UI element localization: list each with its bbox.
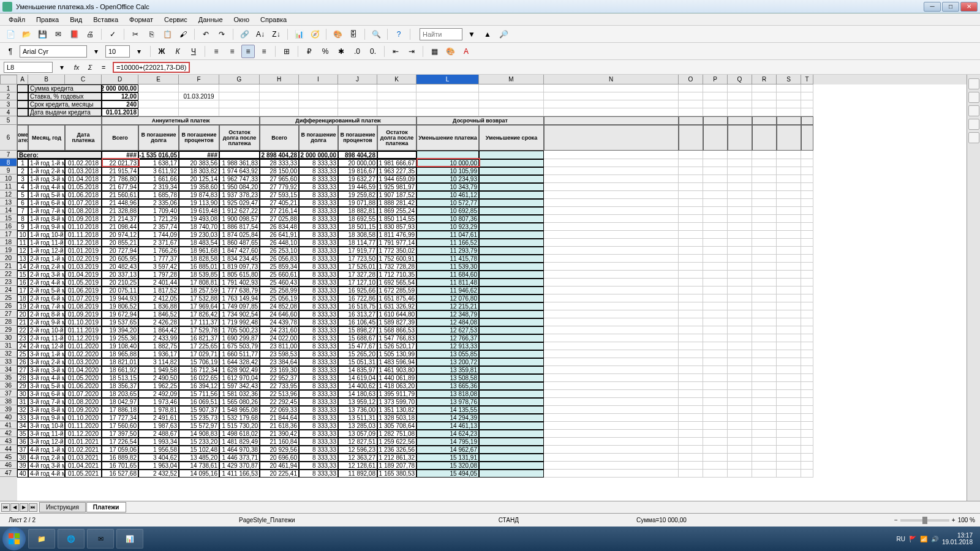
row-header-20[interactable]: 20 bbox=[0, 254, 17, 262]
menu-вставка[interactable]: Вставка bbox=[88, 15, 123, 24]
minimize-button[interactable]: ─ bbox=[924, 2, 941, 12]
hyperlink-icon[interactable]: 🔗 bbox=[238, 28, 251, 41]
sidebar-properties-icon[interactable] bbox=[968, 78, 979, 89]
col-header-L[interactable]: L bbox=[417, 75, 479, 84]
email-icon[interactable]: ✉ bbox=[51, 28, 65, 41]
taskbar-explorer-icon[interactable]: 📁 bbox=[28, 529, 55, 549]
sum-icon[interactable]: Σ bbox=[85, 62, 96, 73]
format-paint-icon[interactable]: 🖌 bbox=[176, 28, 190, 41]
select-all-corner[interactable] bbox=[0, 75, 17, 84]
remove-decimal-icon[interactable]: 0. bbox=[366, 45, 380, 58]
styles-icon[interactable]: ¶ bbox=[4, 45, 17, 58]
sidebar-gallery-icon[interactable] bbox=[968, 105, 979, 116]
row-header-5[interactable]: 5 bbox=[0, 116, 17, 125]
row-header-11[interactable]: 11 bbox=[0, 182, 17, 190]
spellcheck-icon[interactable]: ✓ bbox=[106, 28, 119, 41]
menu-сервис[interactable]: Сервис bbox=[159, 15, 192, 24]
row-header-29[interactable]: 29 bbox=[0, 326, 17, 334]
undo-icon[interactable]: ↶ bbox=[199, 28, 213, 41]
row-header-43[interactable]: 43 bbox=[0, 437, 17, 445]
chart-icon[interactable]: 📊 bbox=[292, 28, 306, 41]
start-button[interactable] bbox=[2, 527, 26, 550]
row-header-10[interactable]: 10 bbox=[0, 174, 17, 182]
equals-icon[interactable]: = bbox=[98, 62, 109, 73]
row-header-9[interactable]: 9 bbox=[0, 167, 17, 174]
bold-icon[interactable]: Ж bbox=[155, 45, 168, 58]
maximize-button[interactable]: □ bbox=[942, 2, 959, 12]
row-header-18[interactable]: 18 bbox=[0, 238, 17, 246]
sort-desc-icon[interactable]: Z↓ bbox=[270, 28, 283, 41]
row-header-1[interactable]: 1 bbox=[0, 84, 17, 92]
sidebar-styles-icon[interactable] bbox=[968, 92, 979, 103]
sidebar-functions-icon[interactable] bbox=[968, 132, 979, 143]
bgcolor-icon[interactable]: 🎨 bbox=[443, 45, 457, 58]
open-icon[interactable]: 📂 bbox=[20, 28, 33, 41]
print-icon[interactable]: 🖨 bbox=[83, 28, 97, 41]
datasource-icon[interactable]: 🗄 bbox=[347, 28, 360, 41]
row-header-39[interactable]: 39 bbox=[0, 405, 17, 413]
system-tray[interactable]: RU 🚩 📶 🔊 13:17 19.01.2018 bbox=[896, 532, 978, 545]
copy-icon[interactable]: ⎘ bbox=[145, 28, 158, 41]
menu-вид[interactable]: Вид bbox=[65, 15, 87, 24]
row-header-14[interactable]: 14 bbox=[0, 206, 17, 214]
taskbar-calc-icon[interactable]: 📊 bbox=[116, 529, 143, 549]
row-headers[interactable]: 1234567891011121314151617181920212223242… bbox=[0, 84, 17, 525]
add-decimal-icon[interactable]: .0 bbox=[350, 45, 364, 58]
tab-last-icon[interactable]: ⏭ bbox=[29, 503, 37, 512]
col-header-I[interactable]: I bbox=[299, 75, 338, 84]
italic-icon[interactable]: К bbox=[171, 45, 184, 58]
row-header-46[interactable]: 46 bbox=[0, 461, 17, 469]
row-header-26[interactable]: 26 bbox=[0, 302, 17, 310]
navigator-icon[interactable]: 🧭 bbox=[308, 28, 322, 41]
row-header-33[interactable]: 33 bbox=[0, 358, 17, 365]
increase-indent-icon[interactable]: ⇥ bbox=[405, 45, 418, 58]
row-header-45[interactable]: 45 bbox=[0, 453, 17, 461]
menu-данные[interactable]: Данные bbox=[194, 15, 228, 24]
col-header-K[interactable]: K bbox=[377, 75, 417, 84]
col-header-Q[interactable]: Q bbox=[728, 75, 752, 84]
function-wizard-icon[interactable]: fx bbox=[71, 62, 82, 73]
row-header-32[interactable]: 32 bbox=[0, 350, 17, 358]
col-header-P[interactable]: P bbox=[703, 75, 728, 84]
zoom-slider[interactable]: −+ 100 % bbox=[894, 517, 975, 523]
col-header-S[interactable]: S bbox=[777, 75, 801, 84]
column-headers[interactable]: ABCDEFGHIJKLMNOPQRST bbox=[17, 75, 967, 84]
menu-правка[interactable]: Правка bbox=[31, 15, 64, 24]
paste-icon[interactable]: 📋 bbox=[160, 28, 174, 41]
menu-справка[interactable]: Справка bbox=[255, 15, 292, 24]
tray-flag-icon[interactable]: 🚩 bbox=[909, 536, 916, 542]
row-header-4[interactable]: 4 bbox=[0, 108, 17, 116]
row-header-15[interactable]: 15 bbox=[0, 214, 17, 222]
size-dropdown-icon[interactable]: ▾ bbox=[132, 45, 146, 58]
pdf-icon[interactable]: 📕 bbox=[67, 28, 81, 41]
col-header-G[interactable]: G bbox=[219, 75, 260, 84]
col-header-J[interactable]: J bbox=[338, 75, 377, 84]
redo-icon[interactable]: ↷ bbox=[215, 28, 228, 41]
tray-network-icon[interactable]: 📶 bbox=[920, 536, 927, 542]
sort-asc-icon[interactable]: A↓ bbox=[254, 28, 267, 41]
col-header-A[interactable]: A bbox=[17, 75, 28, 84]
row-header-23[interactable]: 23 bbox=[0, 278, 17, 286]
borders-icon[interactable]: ▦ bbox=[428, 45, 441, 58]
tab-next-icon[interactable]: ▶ bbox=[20, 503, 28, 512]
gallery-icon[interactable]: 🎨 bbox=[331, 28, 344, 41]
row-header-16[interactable]: 16 bbox=[0, 222, 17, 230]
tray-lang[interactable]: RU bbox=[896, 536, 905, 542]
row-header-7[interactable]: 7 bbox=[0, 151, 17, 159]
taskbar-chrome-icon[interactable]: 🌐 bbox=[58, 529, 85, 549]
row-header-36[interactable]: 36 bbox=[0, 381, 17, 389]
row-header-6[interactable]: 6 bbox=[0, 125, 17, 151]
align-right-icon[interactable]: ≡ bbox=[241, 45, 255, 58]
row-header-34[interactable]: 34 bbox=[0, 365, 17, 373]
row-header-2[interactable]: 2 bbox=[0, 92, 17, 100]
sheet-tab-payments[interactable]: Платежи bbox=[86, 502, 126, 512]
font-size-combo[interactable] bbox=[105, 45, 130, 58]
row-header-44[interactable]: 44 bbox=[0, 445, 17, 453]
decrease-indent-icon[interactable]: ⇤ bbox=[389, 45, 402, 58]
col-header-O[interactable]: O bbox=[679, 75, 703, 84]
tray-sound-icon[interactable]: 🔊 bbox=[931, 536, 938, 542]
align-justify-icon[interactable]: ≡ bbox=[257, 45, 271, 58]
col-header-F[interactable]: F bbox=[179, 75, 219, 84]
col-header-T[interactable]: T bbox=[801, 75, 813, 84]
align-center-icon[interactable]: ≡ bbox=[225, 45, 239, 58]
